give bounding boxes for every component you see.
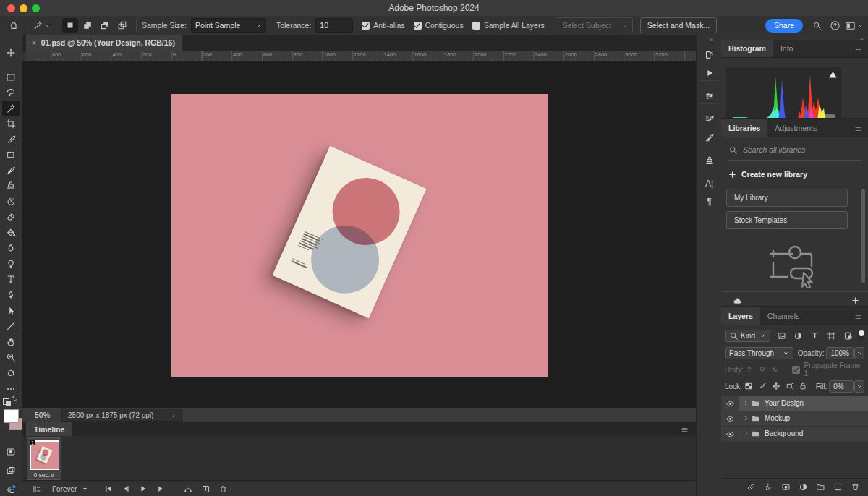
libraries-scrollbar[interactable] (861, 189, 865, 283)
propagate-frame-checkbox[interactable] (792, 366, 800, 374)
brushes-panel-button[interactable] (700, 129, 718, 145)
clone-source-panel-button[interactable] (700, 152, 718, 168)
filter-adjustment-layers-button[interactable] (790, 329, 807, 342)
tab-libraries[interactable]: Libraries (721, 119, 767, 137)
intersect-selection-button[interactable] (114, 18, 130, 33)
tab-channels[interactable]: Channels (760, 307, 807, 325)
layer-visibility-toggle[interactable] (721, 411, 739, 426)
filter-toggle[interactable] (858, 330, 865, 341)
link-layers-button[interactable] (742, 481, 760, 494)
lasso-tool-button[interactable] (2, 85, 20, 100)
pen-tool-button[interactable] (2, 287, 20, 302)
add-layer-mask-button[interactable] (777, 481, 794, 494)
eraser-tool-button[interactable] (2, 209, 20, 224)
next-frame-button[interactable] (152, 482, 169, 495)
unify-position-button[interactable] (744, 363, 756, 376)
quick-mask-button[interactable] (2, 444, 20, 459)
edit-toolbar-tool-button[interactable] (2, 381, 20, 396)
tween-button[interactable] (179, 482, 197, 495)
document-canvas[interactable] (171, 94, 548, 377)
eyedropper-tool-button[interactable] (2, 132, 20, 147)
delete-frame-button[interactable] (214, 482, 231, 495)
help-button[interactable] (827, 18, 843, 33)
new-layer-button[interactable] (829, 481, 846, 494)
hand-tool-button[interactable] (2, 334, 20, 349)
history-panel-button[interactable] (700, 46, 718, 63)
edit-in-apps-button[interactable] (2, 482, 20, 496)
zoom-level[interactable]: 50% (35, 411, 50, 419)
lock-transparency-button[interactable] (742, 380, 756, 393)
antialias-checkbox[interactable]: Anti-alias (362, 21, 404, 30)
layer-style-button[interactable]: fx (760, 481, 777, 494)
properties-panel-button[interactable] (700, 87, 718, 104)
add-element-button[interactable] (851, 296, 859, 304)
new-group-button[interactable] (812, 481, 829, 494)
canvas-viewport[interactable] (22, 61, 696, 408)
new-adjustment-layer-button[interactable] (794, 481, 812, 494)
dodge-tool-button[interactable] (2, 256, 20, 271)
clone-stamp-tool-button[interactable] (2, 178, 20, 193)
expand-group-chevron-icon[interactable] (743, 415, 749, 422)
layer-row[interactable]: Background (721, 427, 868, 442)
contiguous-checkbox[interactable]: Contiguous (414, 21, 464, 30)
type-tool-button[interactable] (2, 271, 20, 286)
foreground-color-swatch[interactable] (4, 409, 19, 423)
actions-panel-button[interactable] (700, 64, 718, 81)
lock-position-button[interactable] (769, 380, 783, 393)
share-button[interactable]: Share (765, 19, 803, 33)
play-button[interactable] (135, 482, 152, 495)
filter-type-layers-button[interactable]: T (807, 329, 823, 342)
timeline-tab[interactable]: Timeline (26, 422, 72, 436)
brush-tool-button[interactable] (2, 163, 20, 178)
search-button[interactable] (809, 18, 825, 33)
create-new-library-button[interactable]: Create new library (728, 168, 807, 180)
tolerance-input[interactable]: 10 (315, 18, 353, 33)
swap-colors-icon[interactable] (11, 395, 17, 402)
tab-info[interactable]: Info (773, 40, 801, 57)
filter-shape-layers-button[interactable] (823, 329, 840, 342)
document-size-field[interactable]: 2500 px x 1875 px (72 ppi) › (61, 409, 182, 422)
magic-wand-tool-button[interactable] (2, 101, 20, 116)
warning-icon[interactable] (828, 70, 838, 80)
screen-mode-button[interactable] (2, 463, 20, 478)
panel-menu-icon[interactable] (854, 313, 863, 321)
panel-menu-icon[interactable] (854, 125, 863, 133)
select-subject-button[interactable]: Select Subject (556, 17, 618, 33)
select-subject-options-button[interactable] (618, 17, 633, 33)
history-brush-tool-button[interactable] (2, 194, 20, 209)
layer-visibility-toggle[interactable] (721, 396, 739, 411)
unify-style-button[interactable]: fx (768, 363, 780, 376)
add-to-selection-button[interactable] (80, 18, 95, 33)
line-tool-button[interactable] (2, 318, 20, 333)
status-chevron-icon[interactable]: › (172, 411, 174, 419)
fill-field[interactable]: 0% (829, 380, 854, 393)
expand-group-chevron-icon[interactable] (743, 400, 749, 406)
tab-layers[interactable]: Layers (721, 307, 760, 325)
rotate-view-tool-button[interactable] (2, 365, 20, 380)
subtract-from-selection-button[interactable] (97, 18, 113, 33)
brush-settings-panel-button[interactable] (700, 111, 718, 127)
blend-mode-dropdown[interactable]: Pass Through (725, 347, 793, 359)
patch-tool-button[interactable] (2, 147, 20, 162)
home-button[interactable] (6, 18, 22, 33)
tab-adjustments[interactable]: Adjustments (767, 119, 824, 137)
crop-tool-button[interactable] (2, 116, 20, 131)
loop-count-dropdown[interactable]: Forever (52, 485, 88, 493)
timeline-menu-icon[interactable] (681, 426, 689, 436)
fill-dropdown-button[interactable] (854, 380, 864, 393)
document-tab[interactable]: × 01.psd @ 50% (Your Design, RGB/16) (26, 35, 182, 51)
horizontal-ruler[interactable]: 8006004002000200400600800100012001400160… (36, 51, 696, 61)
move-tool-button[interactable] (2, 45, 20, 60)
zoom-tool-button[interactable] (2, 349, 20, 364)
layer-row[interactable]: Your Design (721, 396, 868, 411)
layer-filter-dropdown[interactable]: Kind (725, 330, 770, 342)
lock-artboard-button[interactable] (783, 380, 796, 393)
delete-layer-button[interactable] (846, 481, 864, 494)
timeline-frame[interactable]: 1 0 sec.∨ (27, 437, 61, 480)
rectangular-marquee-tool-button[interactable] (2, 69, 20, 85)
opacity-field[interactable]: 100% (826, 347, 854, 359)
character-panel-button[interactable]: A| (700, 175, 718, 192)
library-item[interactable]: My Library (726, 189, 848, 207)
new-selection-button[interactable] (62, 18, 78, 33)
layer-visibility-toggle[interactable] (721, 427, 739, 441)
